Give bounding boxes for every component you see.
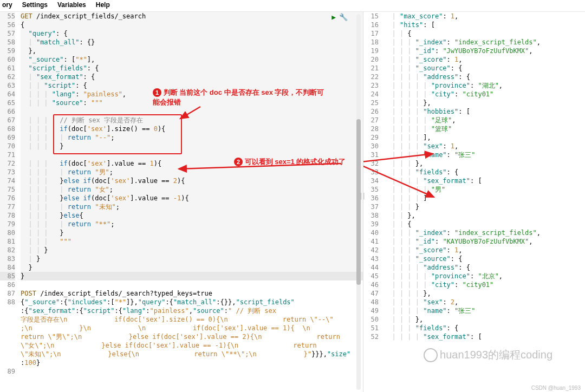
response-pane[interactable]: 1516171819202122232425262728293031323334… xyxy=(363,12,585,392)
right-code[interactable]: | "max_score": 1, | "hits": [ | | { | | … xyxy=(384,12,585,341)
menu-history[interactable]: ory xyxy=(2,1,12,9)
request-pane[interactable]: 5556575859606162636465666768697071727374… xyxy=(0,12,363,392)
watermark: huan1993的编程coding xyxy=(424,348,552,362)
right-gutter: 1516171819202122232425262728293031323334… xyxy=(363,12,382,341)
left-code[interactable]: GET /index_script_fields/_search{ "query… xyxy=(21,12,363,376)
wrench-icon[interactable]: 🔧 xyxy=(339,13,348,21)
menu-variables[interactable]: Variables xyxy=(57,1,86,9)
credit: CSDN @huan_1993 xyxy=(531,385,581,391)
editor-split: 5556575859606162636465666768697071727374… xyxy=(0,12,585,392)
menu-settings[interactable]: Settings xyxy=(22,1,48,9)
play-icon[interactable]: ▶ xyxy=(332,13,336,21)
menu-help[interactable]: Help xyxy=(96,1,110,9)
left-scrollbar[interactable] xyxy=(356,14,361,390)
menu-bar: ory Settings Variables Help xyxy=(0,0,585,12)
left-gutter: 5556575859606162636465666768697071727374… xyxy=(0,12,18,376)
run-toolbar: ▶ 🔧 xyxy=(332,13,348,21)
split-drag-handle[interactable]: || xyxy=(359,192,365,200)
